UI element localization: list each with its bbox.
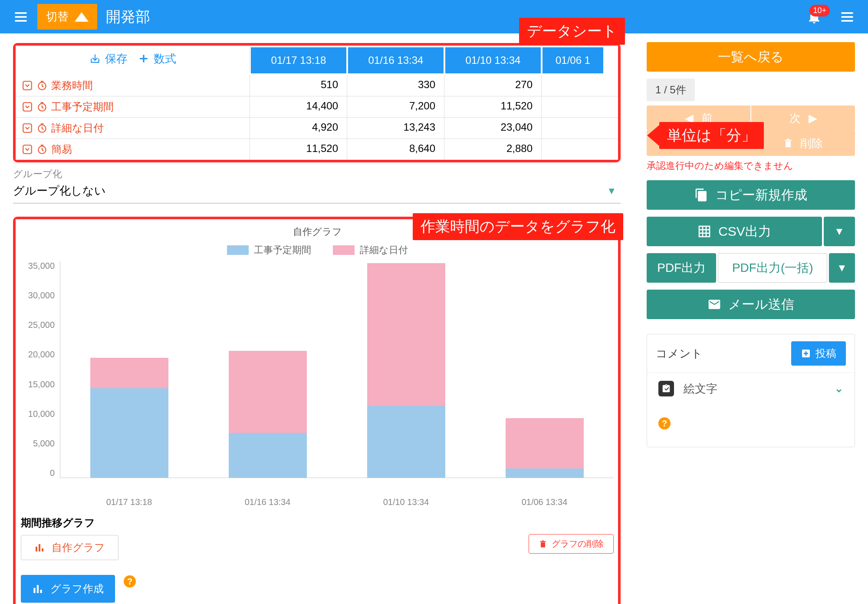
chevron-right-icon: ▶ <box>809 112 817 125</box>
dropdown-icon[interactable] <box>22 122 33 134</box>
bar-segment-blue <box>506 469 584 478</box>
callout-unit: 単位は「分」 <box>659 122 764 149</box>
self-graph-button[interactable]: 自作グラフ <box>21 535 118 560</box>
caret-down-icon: ▼ <box>607 185 616 197</box>
sidebar: 一覧へ戻る 1 / 5件 ◀ 前 次 ▶ 修正 削除 承認進行中のため編集できま… <box>634 33 868 604</box>
app-header: 切替 開発部 10+ <box>0 0 868 33</box>
next-button[interactable]: 次 ▶ <box>751 106 855 131</box>
delete-graph-button[interactable]: グラフの削除 <box>529 534 614 554</box>
svg-rect-17 <box>39 544 40 551</box>
x-label: 01/17 13:18 <box>82 497 177 507</box>
svg-rect-12 <box>23 124 32 132</box>
copy-new-button[interactable]: コピー新規作成 <box>647 180 855 210</box>
dropdown-icon[interactable] <box>22 80 33 91</box>
chart-plot: 35,000 30,000 25,000 20,000 15,000 10,00… <box>21 261 614 491</box>
y-axis: 35,000 30,000 25,000 20,000 15,000 10,00… <box>21 261 60 491</box>
svg-rect-14 <box>23 145 32 154</box>
back-button[interactable]: 一覧へ戻る <box>647 42 855 72</box>
legend-swatch-blue <box>227 245 249 255</box>
pdf-dropdown[interactable]: ▼ <box>829 253 855 283</box>
cell[interactable]: 7,200 <box>347 96 444 117</box>
notifications[interactable]: 10+ <box>806 9 822 25</box>
bar-segment-pink <box>229 351 307 433</box>
help-icon[interactable]: ? <box>124 575 136 587</box>
self-graph-label: 自作グラフ <box>52 541 105 554</box>
delete-button[interactable]: 削除 <box>751 131 855 156</box>
row-label: 簡易 <box>51 142 72 156</box>
post-button[interactable]: 投稿 <box>791 341 846 366</box>
bar-segment-blue <box>367 406 445 478</box>
formula-button[interactable]: 数式 <box>138 51 176 66</box>
copy-new-label: コピー新規作成 <box>715 186 807 204</box>
cell[interactable]: 510 <box>250 75 347 96</box>
clock-icon <box>36 101 48 112</box>
cell[interactable]: 8,640 <box>347 139 444 160</box>
cell[interactable]: 11,520 <box>444 96 542 117</box>
bar-segment-blue <box>229 433 307 478</box>
department-name: 開発部 <box>106 7 150 27</box>
col-header-3[interactable]: 01/06 1 <box>542 47 603 73</box>
group-select[interactable]: グループ化しない ▼ <box>13 181 621 204</box>
cell-empty[interactable] <box>542 118 611 139</box>
col-header-1[interactable]: 01/16 13:34 <box>348 47 444 73</box>
clock-icon <box>36 80 48 91</box>
post-label: 投稿 <box>815 347 836 360</box>
switch-button[interactable]: 切替 <box>37 4 97 30</box>
svg-rect-19 <box>33 588 35 593</box>
cell[interactable]: 2,880 <box>444 139 542 160</box>
back-label: 一覧へ戻る <box>718 48 784 66</box>
emoji-row[interactable]: 絵文字 ⌄ <box>647 373 855 404</box>
bar-group <box>220 351 316 478</box>
cell-empty[interactable] <box>542 96 611 117</box>
cell[interactable]: 13,243 <box>347 118 444 139</box>
help-icon[interactable]: ? <box>658 417 671 429</box>
mail-button[interactable]: メール送信 <box>647 290 855 319</box>
bar-segment-blue <box>90 388 168 478</box>
group-value: グループ化しない <box>13 183 106 198</box>
save-button[interactable]: 保存 <box>89 51 128 66</box>
cell[interactable]: 4,920 <box>250 118 347 139</box>
chart-legend: 工事予定期間 詳細な日付 <box>21 244 614 257</box>
datasheet-outline: 保存 数式 01/17 13:18 01/16 13:34 01/10 13:3… <box>13 43 621 162</box>
pdf-button[interactable]: PDF出力 <box>647 253 716 283</box>
row-label: 詳細な日付 <box>51 121 104 135</box>
svg-rect-21 <box>40 590 42 593</box>
bar-group <box>82 358 177 478</box>
x-label: 01/06 13:34 <box>497 497 592 507</box>
cell-empty[interactable] <box>542 75 611 96</box>
cell[interactable]: 14,400 <box>250 96 347 117</box>
dropdown-icon[interactable] <box>22 101 33 112</box>
pdf-batch-button[interactable]: PDF出力(一括) <box>718 253 827 283</box>
table-row: 簡易 11,520 8,640 2,880 <box>16 139 618 160</box>
csv-button[interactable]: CSV出力 <box>647 217 822 246</box>
x-label: 01/10 13:34 <box>358 497 454 507</box>
notification-badge: 10+ <box>809 5 830 17</box>
cell-empty[interactable] <box>542 139 611 160</box>
create-graph-button[interactable]: グラフ作成 <box>21 575 115 603</box>
save-label: 保存 <box>105 51 128 66</box>
next-label: 次 <box>789 111 801 126</box>
row-label: 業務時間 <box>51 79 93 92</box>
legend-swatch-pink <box>333 245 355 255</box>
cell[interactable]: 11,520 <box>250 139 347 160</box>
cell[interactable]: 270 <box>444 75 542 96</box>
table-row: 詳細な日付 4,920 13,243 23,040 <box>16 118 618 139</box>
csv-dropdown[interactable]: ▼ <box>824 217 855 246</box>
emoji-label: 絵文字 <box>684 381 717 396</box>
cell[interactable]: 23,040 <box>444 118 542 139</box>
menu-icon[interactable] <box>13 9 29 25</box>
x-label: 01/16 13:34 <box>220 497 316 507</box>
svg-rect-20 <box>37 585 39 593</box>
callout-chart: 作業時間のデータをグラフ化 <box>413 213 623 240</box>
cell[interactable]: 330 <box>347 75 444 96</box>
triangle-icon <box>75 12 89 22</box>
bar-group <box>358 263 454 478</box>
csv-label: CSV出力 <box>718 223 771 241</box>
col-header-2[interactable]: 01/10 13:34 <box>445 47 541 73</box>
main-area: データシート 保存 数式 <box>0 33 634 604</box>
dropdown-icon[interactable] <box>22 144 33 155</box>
col-header-0[interactable]: 01/17 13:18 <box>251 47 346 73</box>
create-graph-label: グラフ作成 <box>50 582 104 596</box>
bar-segment-pink <box>506 418 584 469</box>
menu-icon-right[interactable] <box>839 9 855 25</box>
